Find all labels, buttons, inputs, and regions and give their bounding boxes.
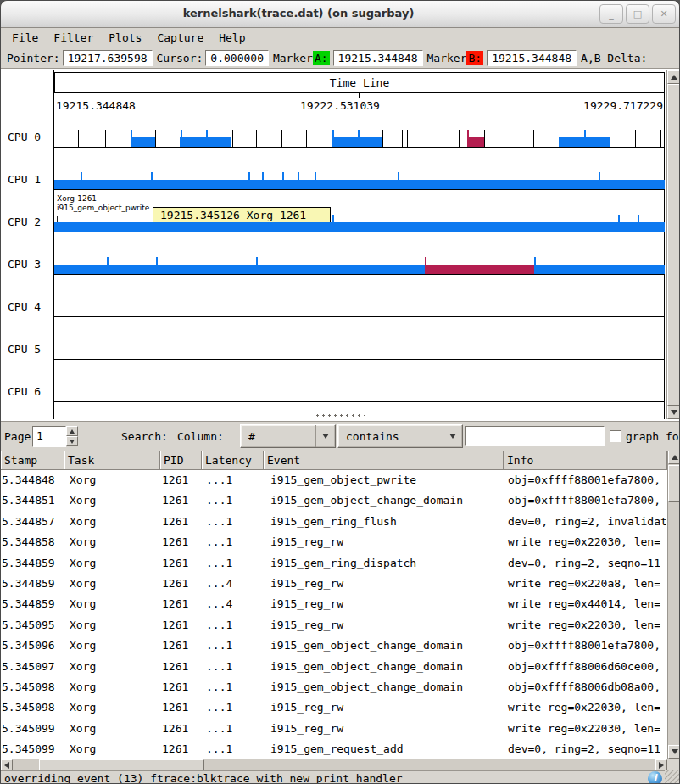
page-spinner [66,426,78,447]
menu-capture[interactable]: Capture [149,29,211,47]
scroll-up-button[interactable] [668,451,680,464]
cpu-task-bar[interactable] [180,137,231,147]
table-row[interactable]: 5.345097Xorg1261...1i915_gem_object_chan… [1,657,667,677]
minimize-icon: _ [609,8,614,20]
cell: ...1 [206,680,232,693]
titlebar[interactable]: kernelshark(trace.dat) (on sugarbay) _ □… [1,1,680,28]
event-tick [232,130,233,147]
cpu-task-bar[interactable] [425,265,534,274]
cpu-task-bar[interactable] [467,137,484,147]
chevron-down-icon [322,434,329,439]
info-icon[interactable]: i [648,771,662,784]
column-header-event[interactable]: Event [264,451,504,470]
cell: Xorg [70,535,96,548]
search-input[interactable] [465,426,605,446]
event-tick [459,130,460,147]
dropdown-arrow[interactable] [443,425,462,447]
page-decrement-button[interactable] [66,436,78,446]
cell: ...1 [206,494,232,507]
graph-follows-label: graph follows [626,430,680,443]
scrollbar-thumb[interactable] [39,759,204,770]
cell: Xorg [70,494,96,507]
column-header-latency[interactable]: Latency [202,451,264,470]
menubar: FileFilterPlotsCaptureHelp [1,28,680,48]
close-button[interactable]: ✕ [652,4,676,24]
timeline-plot[interactable]: Time Line 19215.344848 19222.531039 1922… [54,70,665,419]
cpu-row-label: CPU 5 [8,343,52,356]
page-input[interactable]: 1 [32,426,66,447]
table-vscrollbar[interactable] [667,451,680,759]
cell: i915_gem_object_change_domain [270,680,463,693]
cpu-task-bar[interactable] [332,137,382,147]
axis-label-left: 19215.344848 [56,99,136,112]
minimize-button[interactable]: _ [599,4,623,24]
cell: Xorg [70,701,96,714]
menu-help[interactable]: Help [211,29,253,47]
scroll-down-button[interactable] [668,745,680,759]
table-header: StampTaskPIDLatencyEventInfo [1,451,667,470]
up-arrow-icon [671,75,677,80]
timeline-vscrollbar[interactable] [666,70,680,419]
cell: obj=0xffff88001efa7800, [508,473,660,486]
graph-follows-checkbox[interactable] [610,430,621,442]
maximize-button[interactable]: □ [626,4,649,24]
cell: 1261 [162,473,188,486]
table-row[interactable]: 5.345098Xorg1261...1i915_reg_rwwrite reg… [1,697,667,718]
table-row[interactable]: 5.344848Xorg1261...1i915_gem_object_pwri… [1,470,667,490]
table-row[interactable]: 5.344857Xorg1261...1i915_gem_ring_flushd… [1,512,667,532]
column-header-info[interactable]: Info [504,451,667,470]
splitter-handle[interactable] [315,413,365,417]
list-controls: Page 1 Search: Column: # contains graph … [1,421,680,451]
cell: 5.344851 [2,494,55,507]
pointer-value: 19217.639598 [63,50,153,66]
cell: ...1 [206,473,232,486]
cell: i915_reg_rw [270,701,343,714]
scroll-right-button[interactable] [655,759,667,770]
scrollbar-thumb[interactable] [667,84,680,406]
cpu-task-bar[interactable] [54,222,665,232]
scrollbar-thumb[interactable] [668,465,680,502]
menu-filter[interactable]: Filter [46,29,101,47]
cpu-task-bar[interactable] [131,137,155,147]
table-row[interactable]: 5.344851Xorg1261...1i915_gem_object_chan… [1,490,667,511]
scroll-up-button[interactable] [667,70,680,84]
cell: ...4 [206,577,232,590]
table-row[interactable]: 5.344858Xorg1261...1i915_reg_rwwrite reg… [1,532,667,552]
table-row[interactable]: 5.344859Xorg1261...1i915_gem_ring_dispat… [1,553,667,574]
resize-grip-icon[interactable] [665,770,679,784]
table-row[interactable]: 5.345095Xorg1261...1i915_reg_rwwrite reg… [1,615,667,636]
cpu-task-bar[interactable] [54,180,665,189]
cpu-task-bar[interactable] [534,265,665,274]
ab-delta-label: A,B Delta: [581,52,647,64]
cursor-value: 0.000000 [205,50,269,66]
event-tick [533,130,534,147]
column-header-stamp[interactable]: Stamp [1,451,64,470]
column-select[interactable]: # [240,424,336,448]
up-arrow-icon [672,455,678,460]
table-row[interactable]: 5.344859Xorg1261...4i915_reg_rwwrite reg… [1,594,667,614]
table-row[interactable]: 5.345096Xorg1261...1i915_gem_object_chan… [1,636,667,656]
column-header-pid[interactable]: PID [160,451,202,470]
marker-a-label: Marker [273,52,313,64]
dropdown-arrow[interactable] [315,425,335,447]
table-hscrollbar[interactable] [1,759,667,770]
cpu-baseline [54,316,665,317]
event-table: 5.344848Xorg1261...1i915_gem_object_pwri… [1,470,667,759]
menu-file[interactable]: File [4,29,46,47]
cpu-task-bar[interactable] [54,265,425,274]
scroll-down-button[interactable] [667,406,680,419]
cell: 5.344857 [2,515,55,528]
page-increment-button[interactable] [66,426,78,436]
match-select[interactable]: contains [337,424,463,448]
timeline-panel[interactable]: CPU 0CPU 1CPU 2CPU 3CPU 4CPU 5CPU 6 Time… [1,69,680,421]
cell: 1261 [162,701,188,714]
cell: 1261 [162,494,188,507]
table-row[interactable]: 5.345099Xorg1261...1i915_gem_request_add… [1,739,667,759]
menu-plots[interactable]: Plots [101,29,149,47]
scroll-left-button[interactable] [1,759,13,770]
table-row[interactable]: 5.344859Xorg1261...4i915_reg_rwwrite reg… [1,574,667,594]
table-row[interactable]: 5.345098Xorg1261...1i915_gem_object_chan… [1,677,667,697]
table-row[interactable]: 5.345099Xorg1261...1i915_reg_rwwrite reg… [1,719,667,739]
column-header-task[interactable]: Task [64,451,160,470]
cpu-task-bar[interactable] [559,137,610,147]
